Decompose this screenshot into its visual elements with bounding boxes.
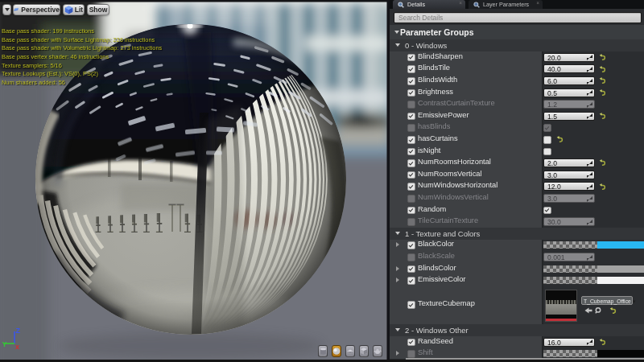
svg-text:x: x — [15, 343, 19, 351]
svg-text:Y: Y — [2, 340, 7, 348]
svg-text:Z: Z — [16, 327, 21, 335]
